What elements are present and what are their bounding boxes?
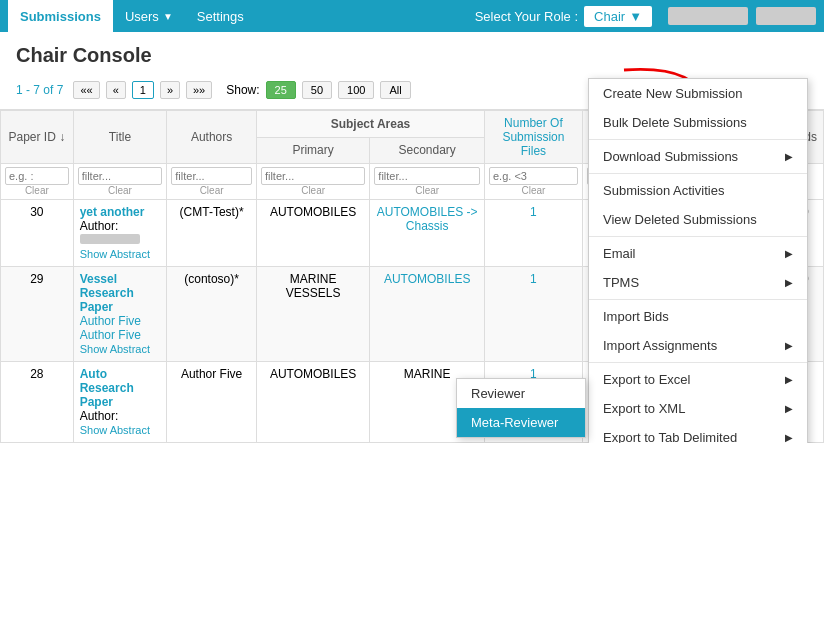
secondary-cell: AUTOMOBILES [370, 267, 485, 362]
menu-divider-2 [589, 173, 807, 174]
clear-paper-id[interactable]: Clear [5, 185, 69, 196]
menu-view-deleted[interactable]: View Deleted Submissions [589, 205, 807, 234]
clear-authors[interactable]: Clear [171, 185, 252, 196]
chevron-right-icon-7: ▶ [785, 432, 793, 443]
num-files-cell[interactable]: 1 [484, 267, 582, 362]
paper-title: Vessel Research Paper [80, 272, 134, 314]
menu-export-tab[interactable]: Export to Tab Delimited ▶ [589, 423, 807, 443]
chevron-right-icon-2: ▶ [785, 248, 793, 259]
menu-submission-activities[interactable]: Submission Activities [589, 176, 807, 205]
paper-id-link[interactable]: 30 [30, 205, 43, 219]
nav-submissions[interactable]: Submissions [8, 0, 113, 32]
show-all-button[interactable]: All [380, 81, 410, 99]
first-page-button[interactable]: «« [73, 81, 99, 99]
actions-dropdown-menu: Create New Submission Bulk Delete Submis… [588, 78, 808, 443]
menu-tpms[interactable]: TPMS ▶ [589, 268, 807, 297]
nav-settings[interactable]: Settings [185, 0, 256, 32]
filter-authors[interactable] [171, 167, 252, 185]
chevron-right-icon-5: ▶ [785, 374, 793, 385]
role-dropdown-icon: ▼ [629, 9, 642, 24]
current-page: 1 [132, 81, 154, 99]
menu-divider-5 [589, 362, 807, 363]
show-abstract-link[interactable]: Show Abstract [80, 424, 150, 436]
show-abstract-link[interactable]: Show Abstract [80, 248, 150, 260]
nav-settings-label: Settings [197, 9, 244, 24]
paper-title: yet another [80, 205, 145, 219]
authors-cell: (contoso)* [167, 267, 257, 362]
menu-divider-3 [589, 236, 807, 237]
chevron-right-icon-4: ▶ [785, 340, 793, 351]
role-selector: Select Your Role : Chair ▼ [475, 6, 652, 27]
show-50-button[interactable]: 50 [302, 81, 332, 99]
author-blurred [80, 234, 140, 244]
menu-export-excel[interactable]: Export to Excel ▶ [589, 365, 807, 394]
role-label: Select Your Role : [475, 9, 578, 24]
menu-download-submissions[interactable]: Download Submissions ▶ [589, 142, 807, 171]
page-title: Chair Console [0, 32, 824, 75]
user-badge-1 [668, 7, 748, 25]
automatic-assignment-submenu: Reviewer Meta-Reviewer [456, 378, 586, 438]
author-link2[interactable]: Author Five [80, 328, 141, 342]
filter-primary[interactable] [261, 167, 365, 185]
last-page-button[interactable]: »» [186, 81, 212, 99]
clear-secondary[interactable]: Clear [374, 185, 480, 196]
col-secondary: Secondary [370, 137, 485, 164]
col-num-files: Number Of Submission Files [484, 111, 582, 164]
filter-title[interactable] [78, 167, 163, 185]
chevron-right-icon: ▶ [785, 151, 793, 162]
nav-submissions-label: Submissions [20, 9, 101, 24]
pagination-info: 1 - 7 of 7 [16, 83, 63, 97]
filter-num-files[interactable] [489, 167, 578, 185]
col-primary: Primary [256, 137, 369, 164]
prev-page-button[interactable]: « [106, 81, 126, 99]
paper-id-link[interactable]: 28 [30, 367, 43, 381]
nav-users[interactable]: Users ▼ [113, 0, 185, 32]
author-link[interactable]: Author Five [80, 314, 141, 328]
filter-paper-id[interactable] [5, 167, 69, 185]
clear-primary[interactable]: Clear [261, 185, 365, 196]
authors-cell: (CMT-Test)* [167, 200, 257, 267]
chevron-right-icon-3: ▶ [785, 277, 793, 288]
role-value: Chair [594, 9, 625, 24]
primary-cell: MARINE VESSELS [256, 267, 369, 362]
num-files-cell[interactable]: 1 [484, 200, 582, 267]
col-authors: Authors [167, 111, 257, 164]
chevron-right-icon-6: ▶ [785, 403, 793, 414]
menu-export-xml[interactable]: Export to XML ▶ [589, 394, 807, 423]
nav-users-label: Users [125, 9, 159, 24]
role-button[interactable]: Chair ▼ [584, 6, 652, 27]
show-label: Show: [226, 83, 259, 97]
submenu-meta-reviewer[interactable]: Meta-Reviewer [457, 408, 585, 437]
author-label: Author: [80, 409, 119, 423]
menu-email[interactable]: Email ▶ [589, 239, 807, 268]
menu-divider-4 [589, 299, 807, 300]
show-abstract-link[interactable]: Show Abstract [80, 343, 150, 355]
paper-title: Auto Research Paper [80, 367, 134, 409]
menu-divider-1 [589, 139, 807, 140]
col-title: Title [73, 111, 167, 164]
primary-cell: AUTOMOBILES [256, 362, 369, 443]
menu-import-assignments[interactable]: Import Assignments ▶ [589, 331, 807, 360]
paper-id-link[interactable]: 29 [30, 272, 43, 286]
menu-import-bids[interactable]: Import Bids [589, 302, 807, 331]
menu-bulk-delete-submissions[interactable]: Bulk Delete Submissions [589, 108, 807, 137]
clear-num-files[interactable]: Clear [489, 185, 578, 196]
user-badge-2 [756, 7, 816, 25]
col-paper-id: Paper ID ↓ [1, 111, 74, 164]
sort-icon: ↓ [59, 130, 65, 144]
filter-secondary[interactable] [374, 167, 480, 185]
top-navigation: Submissions Users ▼ Settings Select Your… [0, 0, 824, 32]
primary-cell: AUTOMOBILES [256, 200, 369, 267]
clear-title[interactable]: Clear [78, 185, 163, 196]
authors-cell: Author Five [167, 362, 257, 443]
show-25-button[interactable]: 25 [266, 81, 296, 99]
next-page-button[interactable]: » [160, 81, 180, 99]
col-subject-areas: Subject Areas [256, 111, 484, 138]
submenu-reviewer[interactable]: Reviewer [457, 379, 585, 408]
users-arrow-icon: ▼ [163, 11, 173, 22]
secondary-cell: AUTOMOBILES -> Chassis [370, 200, 485, 267]
user-area [668, 7, 816, 25]
show-100-button[interactable]: 100 [338, 81, 374, 99]
menu-create-submission[interactable]: Create New Submission [589, 79, 807, 108]
author-label: Author: [80, 219, 119, 233]
